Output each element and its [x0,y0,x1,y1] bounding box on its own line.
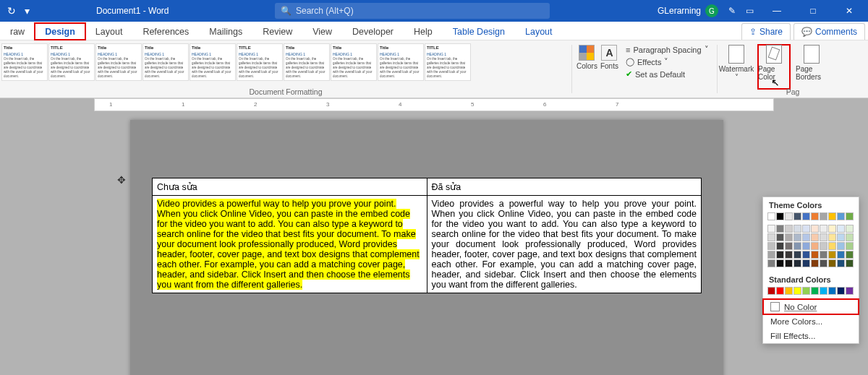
color-swatch[interactable] [802,233,810,241]
color-swatch[interactable] [776,251,784,259]
color-swatch[interactable] [802,242,810,250]
color-swatch[interactable] [811,212,819,220]
tab-references[interactable]: References [132,23,199,40]
color-swatch[interactable] [811,242,819,250]
color-swatch[interactable] [811,259,819,267]
color-swatch[interactable] [802,287,810,295]
color-swatch[interactable] [828,233,836,241]
color-swatch[interactable] [802,251,810,259]
tab-view[interactable]: View [302,23,342,40]
color-swatch[interactable] [837,242,845,250]
theme-preset[interactable]: TitleHEADING 1On the Insert tab, the gal… [190,43,236,81]
color-swatch[interactable] [767,251,775,259]
page[interactable]: ✥ Chưa sửa Đã sửa Video provides a power… [130,120,723,375]
comments-button[interactable]: 💬Comments [793,23,865,40]
theme-preset[interactable]: TitleHEADING 1On the Insert tab, the gal… [378,43,424,81]
color-swatch[interactable] [802,225,810,233]
search-box[interactable]: 🔍 Search (Alt+Q) [275,3,550,19]
color-swatch[interactable] [837,287,845,295]
color-swatch[interactable] [767,212,775,220]
highlighted-text[interactable]: Video provides a powerful way to help yo… [157,199,420,290]
theme-preset[interactable]: TitleHEADING 1On the Insert tab, the gal… [142,43,189,81]
color-swatch[interactable] [785,225,793,233]
tab-draw[interactable]: raw [0,23,35,40]
table-cell-left[interactable]: Video provides a powerful way to help yo… [153,196,427,293]
fill-effects-item[interactable]: Fill Effects... [763,329,859,343]
color-swatch[interactable] [846,225,854,233]
color-swatch[interactable] [785,212,793,220]
page-borders-button[interactable]: Page Borders [796,45,827,81]
more-colors-item[interactable]: More Colors... [763,314,859,329]
theme-preset[interactable]: TitleHEADING 1On the Insert tab, the gal… [95,43,142,81]
color-swatch[interactable] [837,259,845,267]
color-swatch[interactable] [828,212,836,220]
maximize-button[interactable]: □ [800,6,826,16]
tab-mailings[interactable]: Mailings [199,23,252,40]
color-swatch[interactable] [837,212,845,220]
document-table[interactable]: Chưa sửa Đã sửa Video provides a powerfu… [152,178,702,293]
color-swatch[interactable] [828,242,836,250]
color-swatch[interactable] [767,242,775,250]
horizontal-ruler[interactable]: 11234567 [94,98,774,111]
color-swatch[interactable] [837,251,845,259]
close-button[interactable]: ✕ [836,6,862,16]
tab-design[interactable]: Design [35,23,85,40]
paragraph-spacing-button[interactable]: ≡Paragraph Spacing ˅ [626,45,714,54]
colors-button[interactable]: Colors [576,45,597,70]
color-swatch[interactable] [793,212,801,220]
color-swatch[interactable] [793,251,801,259]
watermark-button[interactable]: Watermark ˅ [720,45,752,81]
theme-preset[interactable]: TITLEHEADING 1On the Insert tab, the gal… [237,43,283,81]
color-swatch[interactable] [767,287,775,295]
page-color-button[interactable]: Page Color ˅ ↖ [758,45,790,89]
color-swatch[interactable] [828,251,836,259]
color-swatch[interactable] [776,242,784,250]
theme-preset[interactable]: TitleHEADING 1On the Insert tab, the gal… [1,43,48,81]
color-swatch[interactable] [820,259,827,267]
color-swatch[interactable] [776,287,784,295]
color-swatch[interactable] [820,225,827,233]
color-swatch[interactable] [776,225,784,233]
color-swatch[interactable] [811,251,819,259]
color-swatch[interactable] [828,259,836,267]
theme-preset[interactable]: TitleHEADING 1On the Insert tab, the gal… [331,43,377,81]
fonts-button[interactable]: A Fonts [600,45,618,70]
color-swatch[interactable] [785,242,793,250]
table-move-handle-icon[interactable]: ✥ [117,174,126,186]
color-swatch[interactable] [811,233,819,241]
table-header-right[interactable]: Đã sửa [427,178,702,196]
color-swatch[interactable] [785,287,793,295]
set-default-button[interactable]: ✔Set as Default [626,69,714,79]
tab-layout[interactable]: Layout [85,23,133,40]
color-swatch[interactable] [793,242,801,250]
qat-dropdown-icon[interactable]: ▾ [25,5,30,17]
color-swatch[interactable] [846,287,854,295]
color-swatch[interactable] [793,225,801,233]
color-swatch[interactable] [846,242,854,250]
color-swatch[interactable] [767,233,775,241]
table-cell-right[interactable]: Video provides a powerful way to help yo… [427,196,702,293]
theme-preset[interactable]: TitleHEADING 1On the Insert tab, the gal… [284,43,330,81]
color-swatch[interactable] [811,225,819,233]
color-swatch[interactable] [793,287,801,295]
account-button[interactable]: GLerarning G [658,4,718,17]
color-swatch[interactable] [811,287,819,295]
color-swatch[interactable] [820,212,827,220]
color-swatch[interactable] [828,225,836,233]
color-swatch[interactable] [820,242,827,250]
tab-help[interactable]: Help [404,23,443,40]
color-swatch[interactable] [846,212,854,220]
theme-preset[interactable]: TITLEHEADING 1On the Insert tab, the gal… [425,43,471,81]
color-swatch[interactable] [820,287,827,295]
tab-developer[interactable]: Developer [342,23,404,40]
theme-preset[interactable]: TITLEHEADING 1On the Insert tab, the gal… [48,43,95,81]
autosave-toggle-icon[interactable]: ↻ [7,5,16,17]
tab-table-design[interactable]: Table Design [443,23,515,40]
color-swatch[interactable] [785,233,793,241]
color-swatch[interactable] [820,233,827,241]
color-swatch[interactable] [776,259,784,267]
themes-gallery[interactable]: TitleHEADING 1On the Insert tab, the gal… [0,40,571,86]
color-swatch[interactable] [767,225,775,233]
color-swatch[interactable] [828,287,836,295]
tab-review[interactable]: Review [252,23,302,40]
